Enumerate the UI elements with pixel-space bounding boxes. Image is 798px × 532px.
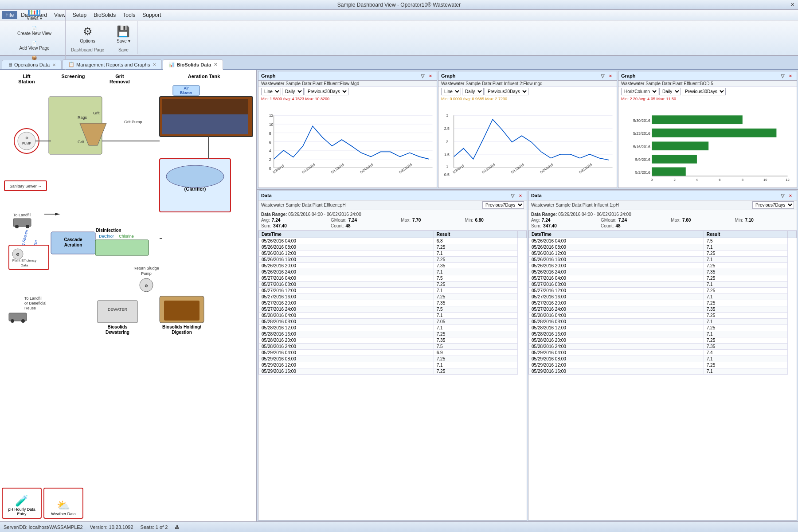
graph-freq-select-3[interactable]: Daily <box>659 88 681 95</box>
weather-data-widget[interactable]: ⛅ Weather Data <box>43 488 83 519</box>
data-table-1: DateTime Result 05/26/2016 04:006.805/26… <box>258 231 527 375</box>
table-cell: 05/29/2016 16:00 <box>529 368 704 375</box>
menu-support[interactable]: Support <box>139 11 164 19</box>
svg-text:Air: Air <box>184 86 189 90</box>
table-cell: 05/26/2016 16:00 <box>529 257 704 263</box>
tab-bio-icon: 📊 <box>168 62 175 67</box>
table-cell: 7.1 <box>434 325 517 331</box>
tab-biosolids-data[interactable]: 📊 BioSolids Data ✕ <box>163 59 223 70</box>
table-cell: 05/29/2016 04:00 <box>529 350 704 356</box>
graph-type-select-1[interactable]: Line <box>261 88 281 95</box>
table-cell: 7.5 <box>434 344 517 350</box>
tab-management-reports[interactable]: 📋 Management Reports and Graphs ✕ <box>63 59 162 69</box>
data-filter-icon-2[interactable]: ▽ <box>779 192 786 199</box>
table-row: 05/29/2016 16:007.25 <box>259 368 527 375</box>
tab-bio-close[interactable]: ✕ <box>214 62 217 67</box>
table-row: 05/26/2016 20:007.35 <box>259 263 527 269</box>
svg-text:Blower: Blower <box>180 90 192 95</box>
svg-text:0.5: 0.5 <box>444 172 450 177</box>
col-result-2: Result <box>704 231 787 238</box>
table-cell: 05/27/2016 04:00 <box>259 275 434 282</box>
data-period-select-1[interactable]: Previous7Days <box>482 201 524 209</box>
table-cell: 7.25 <box>704 300 787 306</box>
graph-filter-icon-3[interactable]: ▽ <box>779 72 786 79</box>
svg-text:10: 10 <box>269 122 274 127</box>
table-cell: 7.25 <box>434 368 517 375</box>
data-range-label-2: Data Range: 05/26/2016 04:00 - 06/02/201… <box>531 212 794 217</box>
data-period-select-2[interactable]: Previous7Days <box>752 201 794 209</box>
menu-biosolids[interactable]: BioSolids <box>90 11 119 19</box>
graph-header-2: Graph ▽ × <box>438 71 617 81</box>
data-panel-header-2: Data ▽ × <box>528 191 797 200</box>
graph-period-select-2[interactable]: Previous30Days <box>485 88 528 95</box>
svg-text:Station: Station <box>18 79 35 84</box>
data-table-wrapper-1[interactable]: DateTime Result 05/26/2016 04:006.805/26… <box>258 231 527 520</box>
table-row: 05/28/2016 20:007.25 <box>529 337 797 344</box>
tab-ops-close[interactable]: ✕ <box>52 63 56 67</box>
tab-bio-label: BioSolids Data <box>176 62 211 67</box>
graph-period-select-3[interactable]: Previous30Days <box>682 88 726 95</box>
ph-hourly-data-widget[interactable]: 🧪 pH Hourly DataEntry <box>2 488 42 519</box>
graphs-row: Graph ▽ × Wastewater Sample Data:Plant E… <box>257 70 798 190</box>
svg-text:6: 6 <box>269 140 271 145</box>
graph-area-1: 12 10 8 6 4 2 0 <box>258 102 437 188</box>
svg-text:4: 4 <box>696 178 698 182</box>
table-row: 05/28/2016 24:007.35 <box>529 344 797 350</box>
table-cell: 05/29/2016 08:00 <box>529 356 704 362</box>
to-landfill-2-label: To Landfill <box>24 296 43 301</box>
graph-stats-1: Min: 1.5800 Avg: 4.7623 Max: 10.8200 <box>261 97 329 101</box>
data-close-icon-1[interactable]: × <box>517 192 524 199</box>
tab-operations-data[interactable]: 🖥 Operations Data ✕ <box>2 60 62 69</box>
data-filter-icon-1[interactable]: ▽ <box>509 192 516 199</box>
add-view-page-button[interactable]: 📄 Add View Page <box>7 39 62 53</box>
graph-close-icon-1[interactable]: × <box>427 72 434 79</box>
svg-text:0: 0 <box>269 166 271 171</box>
table-row: 05/28/2016 04:007.25 <box>529 313 797 319</box>
save-button[interactable]: 💾 Save ▾ <box>113 23 133 46</box>
graph-period-select-1[interactable]: Previous30Days <box>305 88 348 95</box>
status-server: Server/DB: localhost/WASSAMPLE2 <box>4 524 83 530</box>
tab-mgmt-close[interactable]: ✕ <box>153 62 156 67</box>
svg-text:Grit: Grit <box>93 111 100 115</box>
table-row: 05/29/2016 04:007.4 <box>529 350 797 356</box>
tab-ops-label: Operations Data <box>14 62 50 67</box>
table-cell: 7.5 <box>434 275 517 282</box>
data-panel-title-2: Data <box>531 193 542 198</box>
screening-label: Screening <box>61 74 85 79</box>
status-seats: Seats: 1 of 2 <box>141 524 168 530</box>
menu-setup[interactable]: Setup <box>69 11 90 19</box>
table-cell: 05/26/2016 24:00 <box>259 269 434 275</box>
graph-header-1: Graph ▽ × <box>258 71 437 81</box>
save-label: Save <box>118 47 129 52</box>
graph-filter-icon-2[interactable]: ▽ <box>599 72 606 79</box>
graph-subtitle-2: Wastewater Sample Data:Plant Influent 2:… <box>438 81 617 87</box>
data-close-icon-2[interactable]: × <box>787 192 794 199</box>
tabs-bar: 🖥 Operations Data ✕ 📋 Management Reports… <box>0 56 798 70</box>
graph-type-select-3[interactable]: HorizColumn <box>621 88 658 95</box>
status-bar: Server/DB: localhost/WASSAMPLE2 Version:… <box>0 521 798 532</box>
table-cell: 7.35 <box>704 344 787 350</box>
to-landfill-1-label: To Landfill <box>13 213 31 217</box>
table-cell: 05/27/2016 12:00 <box>259 288 434 294</box>
create-new-view-button[interactable]: 📄 Create New View <box>7 24 62 38</box>
table-row: 05/26/2016 12:007.1 <box>259 250 527 257</box>
graph-freq-select-1[interactable]: Daily <box>282 88 304 95</box>
table-row: 05/29/2016 08:007.25 <box>259 356 527 362</box>
data-panel-2: Data ▽ × Wastewater Sample Data:Plant In… <box>528 191 797 520</box>
menu-tools[interactable]: Tools <box>119 11 139 19</box>
table-row: 05/27/2016 12:007.25 <box>529 288 797 294</box>
table-row: 05/26/2016 24:007.35 <box>529 269 797 275</box>
graph-filter-icon-1[interactable]: ▽ <box>419 72 426 79</box>
data-table-wrapper-2[interactable]: DateTime Result 05/26/2016 04:007.505/26… <box>528 231 797 520</box>
graph-close-icon-3[interactable]: × <box>787 72 794 79</box>
options-button[interactable]: ⚙ Options <box>77 23 98 46</box>
graph-close-icon-2[interactable]: × <box>607 72 614 79</box>
table-cell: 05/26/2016 08:00 <box>529 244 704 250</box>
close-window-button[interactable]: × <box>791 1 794 8</box>
graph-type-select-2[interactable]: Line <box>441 88 461 95</box>
ph-hourly-label: pH Hourly DataEntry <box>8 507 35 516</box>
graph-data-range-2: Min: 0.0000 Avg: 0.9685 Max: 2.7230 <box>438 96 617 102</box>
col-scroll-1 <box>518 231 527 238</box>
graph-freq-select-2[interactable]: Daily <box>462 88 484 95</box>
svg-rect-97 <box>652 141 708 150</box>
